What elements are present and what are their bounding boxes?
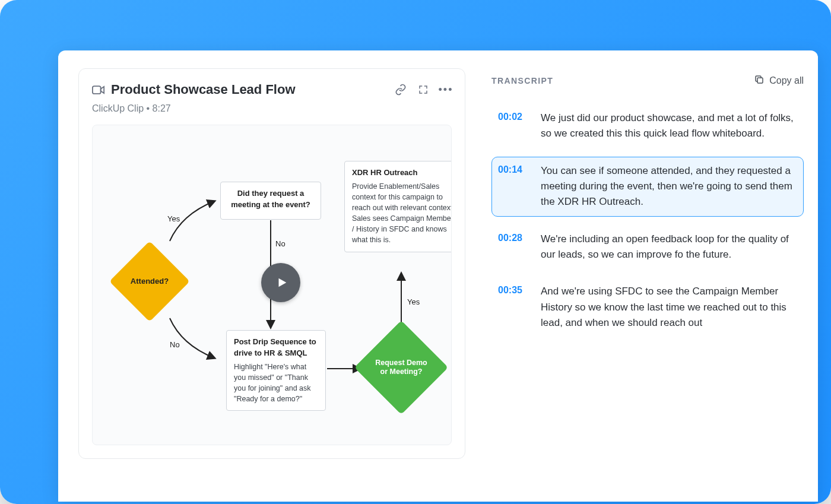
node-xdr-outreach: XDR HR Outreach Provide Enablement/Sales… [344,161,452,252]
device-frame: Product Showcase Lead Flow [0,0,831,504]
transcript-row[interactable]: 00:14 You can see if someone attended, a… [491,157,804,217]
node-request-demo: Request Demo or Meeting? [368,334,434,401]
transcript-text: We just did our product showcase, and me… [541,110,795,142]
node-meeting-question-title: Did they request a meeting at the event? [228,188,313,211]
node-attended: Attended? [121,253,178,310]
copy-all-label: Copy all [769,75,804,86]
edge-label-demo-yes: Yes [407,297,420,306]
video-camera-icon [92,85,104,94]
more-icon[interactable]: ••• [440,84,452,96]
expand-icon[interactable] [417,84,429,96]
node-drip-sequence: Post Drip Sequence to drive to HR & SMQL… [226,330,326,411]
clip-card: Product Showcase Lead Flow [78,68,465,459]
link-icon[interactable] [395,84,407,96]
transcript-text: We're including an open feedback loop fo… [541,232,795,263]
copy-all-button[interactable]: Copy all [754,74,804,87]
clip-thumbnail-canvas[interactable]: Yes No No Yes Attended? Did they request… [92,125,452,445]
transcript-row[interactable]: 00:28 We're including an open feedback l… [491,225,804,270]
node-meeting-question: Did they request a meeting at the event? [220,182,321,220]
transcript-text: And we're using SFDC to see the Campaign… [541,284,795,331]
play-button[interactable] [261,263,300,302]
clip-panel: Product Showcase Lead Flow [58,50,480,502]
transcript-header: TRANSCRIPT Copy all [491,74,804,87]
node-request-demo-label: Request Demo or Meeting? [368,359,434,376]
clip-subtitle: ClickUp Clip • 8:27 [92,103,452,114]
transcript-row[interactable]: 00:02 We just did our product showcase, … [491,104,804,148]
node-attended-label: Attended? [127,277,172,286]
transcript-text: You can see if someone attended, and the… [541,163,795,210]
scroll-fade [480,430,818,502]
copy-icon [754,74,765,87]
svg-rect-0 [93,86,101,94]
node-xdr-title: XDR HR Outreach [352,167,452,179]
transcript-title: TRANSCRIPT [491,76,553,85]
edge-label-meeting-no: No [275,239,286,248]
node-drip-body: Highlight "Here's what you missed" or "T… [234,362,318,405]
clip-header-actions: ••• [395,84,452,96]
transcript-time: 00:28 [498,232,529,243]
edge-label-yes: Yes [167,214,180,223]
app-window: Product Showcase Lead Flow [58,50,818,502]
node-drip-title: Post Drip Sequence to drive to HR & SMQL [234,337,318,359]
svg-rect-1 [757,78,763,83]
clip-header: Product Showcase Lead Flow [92,82,452,97]
edge-label-no: No [170,340,180,349]
transcript-panel: TRANSCRIPT Copy all 00:02 We just did ou… [480,50,818,502]
transcript-time: 00:35 [498,284,529,296]
transcript-row[interactable]: 00:35 And we're using SFDC to see the Ca… [491,277,804,337]
node-xdr-body: Provide Enablement/Sales context for thi… [352,181,452,246]
transcript-list: 00:02 We just did our product showcase, … [491,104,804,337]
transcript-time: 00:14 [498,163,529,175]
transcript-time: 00:02 [498,110,529,122]
clip-title: Product Showcase Lead Flow [111,82,388,97]
